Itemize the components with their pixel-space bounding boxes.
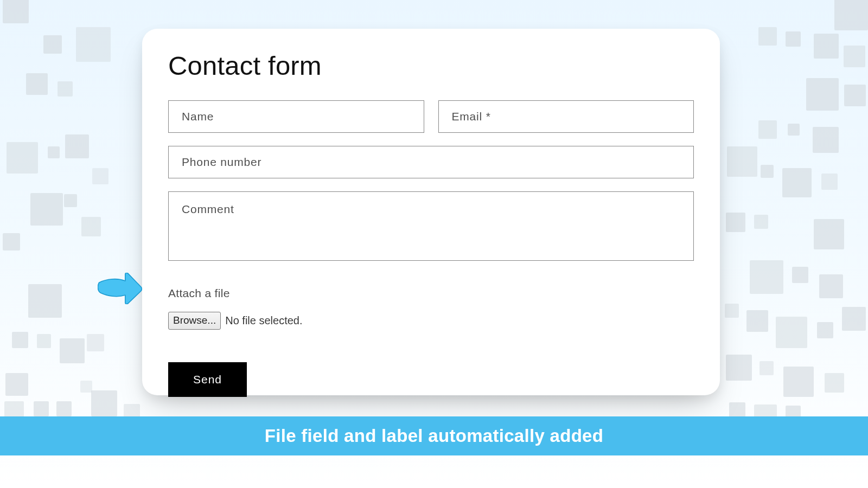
comment-field[interactable] bbox=[168, 191, 694, 261]
email-field[interactable] bbox=[438, 100, 694, 133]
caption-banner: File field and label automatically added bbox=[0, 416, 868, 455]
phone-field[interactable] bbox=[168, 146, 694, 178]
name-field[interactable] bbox=[168, 100, 424, 133]
row-name-email bbox=[168, 100, 694, 133]
attach-file-label: Attach a file bbox=[168, 287, 694, 300]
browse-button[interactable]: Browse... bbox=[168, 312, 221, 330]
row-phone bbox=[168, 146, 694, 178]
page-stage: Contact form Attach a file Browse... No … bbox=[0, 0, 868, 488]
file-input-row: Browse... No file selected. bbox=[168, 312, 694, 330]
send-button[interactable]: Send bbox=[168, 362, 247, 397]
caption-text: File field and label automatically added bbox=[265, 426, 603, 446]
contact-form-card: Contact form Attach a file Browse... No … bbox=[142, 29, 720, 395]
file-status-text: No file selected. bbox=[225, 314, 302, 327]
form-title: Contact form bbox=[168, 50, 694, 81]
arrow-right-icon bbox=[98, 273, 142, 304]
